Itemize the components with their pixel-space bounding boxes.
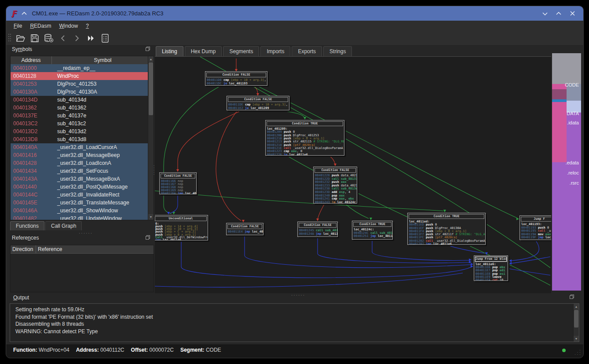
graph-canvas[interactable]: Condition FALSE004011D8 cmp [ebp + 10 + …	[155, 57, 551, 293]
tab-hex-dump[interactable]: Hex Dump	[185, 46, 222, 56]
menu-item-help[interactable]: ?	[82, 22, 93, 30]
scroll-down-arrow[interactable]: ▼	[148, 214, 154, 220]
title-bar: Ƒ CM01.exe — REDasm 2.0-20190302.79dab2a…	[6, 6, 583, 21]
block-code: 00401245 call sub_4013620040124A jmp loc…	[298, 229, 337, 237]
symbol-row[interactable]: 00401253DlgProc_401253	[11, 80, 148, 88]
symbol-address: 0040143A	[11, 176, 55, 182]
graph-block[interactable]: Condition FALSE00401245 call sub_4013620…	[297, 222, 338, 237]
tab-call-graph[interactable]: Call Graph	[45, 221, 82, 230]
graph-block[interactable]: Condition FALSE00401166 nop00401167 nop0…	[159, 172, 197, 194]
minimap-segment[interactable]	[552, 162, 567, 291]
minimap-segment[interactable]	[567, 53, 581, 84]
horizontal-splitter[interactable]: ······	[79, 231, 93, 236]
symbols-float-icon[interactable]	[145, 46, 150, 51]
output-splitter[interactable]: ······	[291, 293, 305, 298]
symbol-row[interactable]: 0040134Dsub_40134d	[11, 96, 148, 104]
symbol-row[interactable]: 00401428_user32.dll_LoadIconA	[11, 159, 148, 167]
menu-item-file[interactable]: File	[10, 22, 26, 30]
menu-item-window[interactable]: Window	[55, 22, 82, 30]
symbol-row[interactable]: 004013D8sub_4013d8	[11, 135, 148, 143]
graph-block[interactable]: Jump From 12 blocksloc_4011e6:004011E6 p…	[474, 255, 508, 281]
symbol-name: sub_4013d8	[55, 136, 86, 142]
menu-item-redasm[interactable]: REDasm	[26, 22, 55, 30]
symbol-row[interactable]: 0040144C_user32.dll_InvalidateRect	[11, 191, 148, 199]
minimap-segment[interactable]	[552, 102, 567, 162]
block-header: Condition FALSE	[299, 223, 337, 228]
main-tab-bar: ListingHex DumpSegmentsImportsExportsStr…	[155, 45, 551, 57]
back-button[interactable]	[57, 33, 69, 44]
goto-forward-button[interactable]	[85, 33, 97, 44]
save-button[interactable]	[29, 33, 40, 44]
graph-block[interactable]: Condition TRUEloc_4011ed:004011ED push 0…	[407, 213, 486, 245]
segment-label-reloc: .reloc	[567, 170, 579, 175]
toolbar-grip[interactable]	[8, 33, 11, 43]
symbol-row[interactable]: 0040137Esub_40137e	[11, 112, 148, 120]
block-code: 004011DE cmp [ebp + 10 + arg.3], 6600401…	[227, 103, 289, 110]
symbols-scrollbar[interactable]: ▲ ▼	[148, 56, 154, 220]
graph-block[interactable]: Condition TRUEloc_40124c:0040124C call s…	[352, 221, 393, 240]
symbol-row[interactable]: 004013C2sub_4013c2	[11, 120, 148, 127]
minimize-button[interactable]	[540, 9, 550, 18]
symbol-name: sub_40137e	[55, 113, 86, 119]
scroll-down-arrow[interactable]: ▼	[574, 336, 579, 342]
symbol-row[interactable]: 004013D2sub_4013d2	[11, 127, 148, 135]
minimap-segment[interactable]	[552, 53, 567, 84]
graph-block[interactable]: Condition FALSE004011E4 jmp loc_4011e6	[226, 223, 263, 235]
symbol-row[interactable]: 00401440_user32.dll_PostQuitMessage	[11, 183, 148, 191]
segment-minimap[interactable]: CODEDATA.idata.edata.reloc.rsrc	[552, 53, 581, 291]
scrollbar-thumb[interactable]	[149, 62, 153, 115]
tab-strings[interactable]: Strings	[323, 46, 352, 56]
open-file-button[interactable]	[15, 33, 26, 44]
symbol-row[interactable]: 00401434_user32.dll_SetFocus	[11, 167, 148, 175]
left-dock: Symbols Address Symbol 00401000__redasm_…	[8, 45, 154, 293]
toolbar	[6, 31, 583, 46]
graph-block[interactable]: Condition TRUEloc_401209:00401209 push 0…	[265, 120, 344, 156]
symbol-row[interactable]: 0040140A_user32.dll_LoadCursorA	[11, 143, 148, 151]
symbol-name: sub_4013c2	[55, 120, 86, 127]
minimap-segment[interactable]	[567, 113, 581, 291]
column-header-address[interactable]: Address	[11, 56, 52, 64]
tab-listing[interactable]: Listing	[156, 46, 183, 56]
minimap-segment[interactable]	[552, 84, 567, 89]
report-button[interactable]	[99, 33, 111, 44]
block-code: loc_401209:00401209 push 00040120B push …	[266, 127, 344, 156]
window-shade-icon[interactable]	[21, 11, 27, 16]
graph-block[interactable]: Condition FALSE004011D8 cmp [ebp + 10 + …	[205, 71, 267, 86]
tab-segments[interactable]: Segments	[223, 46, 259, 56]
column-header-symbol[interactable]: Symbol	[52, 56, 154, 64]
symbol-row[interactable]: 00401416_user32.dll_MessageBeep	[11, 151, 148, 159]
forward-button[interactable]	[71, 33, 83, 44]
scroll-up-arrow[interactable]: ▲	[148, 56, 154, 62]
symbol-row[interactable]: 0040130ADlgProc_40130A	[11, 88, 148, 96]
tab-imports[interactable]: Imports	[260, 46, 290, 56]
save-database-button[interactable]	[43, 33, 55, 44]
column-header-reference[interactable]: Reference	[36, 245, 154, 253]
output-float-icon[interactable]	[569, 294, 574, 299]
scrollbar-thumb[interactable]	[574, 310, 578, 328]
symbol-row[interactable]: 00401000__redasm_ep__	[11, 64, 148, 72]
symbol-name: _user32.dll_SetFocus	[55, 168, 108, 174]
column-header-direction[interactable]: Direction	[11, 245, 36, 253]
symbol-row[interactable]: 00401482_user32.dll_UpdateWindow	[11, 215, 148, 220]
graph-block[interactable]: Unconditional0:push [ebp + 14 + arg.4]pu…	[155, 215, 208, 240]
maximize-button[interactable]	[554, 9, 563, 18]
output-scrollbar[interactable]: ▲ ▼	[573, 304, 579, 342]
graph-block[interactable]: Jump Floc_401193:00401193 push 000401195…	[519, 215, 551, 240]
symbol-row[interactable]: 0040146A_user32.dll_ShowWindow	[11, 207, 148, 215]
tab-exports[interactable]: Exports	[292, 46, 322, 56]
graph-block[interactable]: Condition FALSE00401228 push data_40218e…	[313, 167, 357, 204]
symbol-address: 004013D8	[11, 136, 55, 142]
references-float-icon[interactable]	[145, 235, 150, 240]
symbol-row[interactable]: 0040143A_user32.dll_MessageBoxA	[11, 175, 148, 183]
symbol-row[interactable]: 0040145E_user32.dll_TranslateMessage	[11, 199, 148, 207]
symbol-row[interactable]: 00401128WndProc	[11, 72, 148, 80]
symbols-panel-title: Symbols	[12, 46, 32, 52]
symbol-row[interactable]: 00401362sub_401362	[11, 104, 148, 112]
tab-functions[interactable]: Functions	[10, 221, 44, 230]
minimap-segment[interactable]	[552, 89, 567, 99]
scroll-up-arrow[interactable]: ▲	[574, 304, 579, 309]
close-button[interactable]	[567, 9, 577, 18]
resize-grip[interactable]: ·· ·· · ·	[574, 349, 581, 356]
symbol-name: _user32.dll_MessageBeep	[55, 152, 120, 158]
graph-block[interactable]: Condition FALSE004011DE cmp [ebp + 10 + …	[227, 96, 289, 110]
